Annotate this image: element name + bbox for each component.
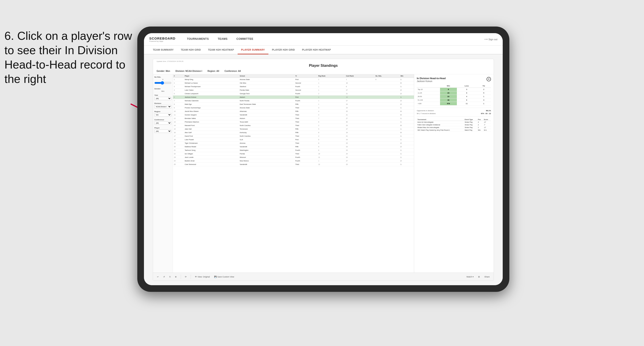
col-num: # (173, 74, 184, 78)
cell-reg-rank: 2 (317, 92, 345, 96)
table-row[interactable]: 22 Ian Gilligan Florida Third 10 24 1 (173, 152, 414, 156)
table-row[interactable]: 7 Nicholas Gabrelcik North Florida Fourt… (173, 99, 414, 103)
table-row[interactable]: 24 Bastien Amat New Mexico Fourth 1 27 2 (173, 159, 414, 163)
cell-win: 2 (400, 99, 414, 103)
filter-region: Region: All (208, 70, 219, 72)
table-row[interactable]: 13 Phichaksn Maichon Texas A&M Third 6 3… (173, 120, 414, 124)
cell-num: 13 (173, 120, 184, 124)
cell-no-rds (375, 149, 400, 152)
toolbar-share[interactable]: Share (483, 275, 491, 279)
cell-player: Luke Powell (184, 138, 239, 142)
nav-tournaments[interactable]: TOURNAMENTS (182, 33, 213, 45)
cell-reg-rank: 1 (317, 78, 345, 81)
sidebar-conference-select[interactable]: (All) (154, 121, 172, 125)
sidebar-division-select[interactable]: NCAA Division I (154, 105, 172, 108)
h2h-loss: 6 (457, 98, 476, 102)
cell-yr: Fourth (294, 92, 317, 96)
cell-num: 24 (173, 159, 184, 163)
cell-no-rds (375, 110, 400, 113)
cell-school: Arkansas (239, 110, 294, 113)
cell-yr: Third (294, 134, 317, 138)
tournament-row: Mirabel Maui Jim Intercollegiate Stroke … (417, 126, 491, 129)
table-row[interactable]: 4 Luke Claton Florida State Second 1 27 … (173, 88, 414, 92)
table-row[interactable]: 11 Gordon Sargent Vanderbilt Third 4 21 … (173, 113, 414, 117)
cell-no-rds (375, 103, 400, 106)
cell-no-rds (375, 163, 400, 166)
tab-team-h2h-grid[interactable]: TEAM H2H GRID (177, 45, 204, 54)
cell-reg-rank: 8 (317, 131, 345, 134)
cell-num: 2 (173, 81, 184, 85)
table-row[interactable]: 25 Cole Sherwood Vanderbilt Third 12 23 … (173, 163, 414, 166)
sidebar-region-select[interactable]: N/A (154, 113, 172, 117)
h2h-panel: In Division Head-to-Head Jackson Koivun … (414, 74, 494, 273)
cell-player: Christo Lampracht (184, 92, 239, 96)
table-row[interactable]: 6 Jackson Koivun Auburn First 2 19 1 (173, 96, 414, 99)
table-row[interactable]: 2 Michael La Sasso Ole Miss Second 1 18 … (173, 81, 414, 85)
table-row[interactable]: 9 Preston Summerhays Arizona State Third… (173, 106, 414, 110)
cell-no-rds (375, 159, 400, 163)
toolbar-watch[interactable]: Watch ▾ (465, 275, 475, 279)
sidebar-no-rds: No Rds. 6 (154, 76, 172, 86)
col-event-type: Event Type (464, 118, 477, 121)
sidebar-year-select[interactable]: (All) (154, 97, 172, 100)
h2h-close-button[interactable]: ✕ (486, 77, 491, 81)
cell-win: 1 (400, 96, 414, 99)
tab-player-h2h-heatmap[interactable]: PLAYER H2H HEATMAP (298, 45, 334, 54)
cell-pos: Win (477, 129, 483, 132)
table-row[interactable]: 23 Jack Lundin Missouri Fourth 11 24 1 (173, 156, 414, 159)
cell-yr: Third (294, 124, 317, 127)
tournament-row: SEC Match Play Hosted by Jerry Pate Roun… (417, 129, 491, 132)
tab-player-summary[interactable]: PLAYER SUMMARY (238, 45, 268, 54)
table-row[interactable]: 21 Taehoon Song Washington Fourth 6 23 1 (173, 149, 414, 152)
tab-team-h2h-heatmap[interactable]: TEAM H2H HEATMAP (204, 45, 238, 54)
cell-conf-rank: 23 (345, 145, 374, 149)
toolbar-grid[interactable]: ⊞ (477, 275, 481, 279)
tournament-header-row: Tournament Event Type Pos Score (417, 118, 491, 121)
nav-committee[interactable]: COMMITTEE (232, 33, 258, 45)
cell-win: 0 (400, 124, 414, 127)
sign-out-button[interactable]: ⟶ Sign out (484, 38, 498, 41)
toolbar-undo[interactable]: ↩ (156, 275, 160, 279)
cell-school: Arizona State (239, 78, 294, 81)
cell-yr: First (294, 138, 317, 142)
table-row[interactable]: 17 David Ford North Carolina Third 2 21 … (173, 134, 414, 138)
cell-conf-rank: 1 (345, 78, 374, 81)
cell-school: East Tennessee State (239, 103, 294, 106)
cell-player: Bastien Amat (184, 159, 239, 163)
nav-teams[interactable]: TEAMS (213, 33, 232, 45)
tab-player-h2h-grid[interactable]: PLAYER H2H GRID (268, 45, 298, 54)
table-row[interactable]: 20 Matthew Riedel Vanderbilt Fifth 8 23 … (173, 145, 414, 149)
h2h-table-header: Win Loss Tie (417, 84, 491, 88)
table-row[interactable]: 3 Michael Thorbjornsen Stanford Fourth 1… (173, 85, 414, 88)
table-row[interactable]: 19 Tiger Christensen Arizona Third 8 23 … (173, 142, 414, 145)
table-row[interactable]: 1 Wenyi Ding Arizona State First 1 1 8 1 (173, 78, 414, 81)
cell-player: Nicholas Gabrelcik (184, 99, 239, 103)
h2h-win: 46 (440, 98, 457, 102)
cell-reg-rank: 2 (317, 96, 345, 99)
main-content: Update time: 27/03/2024 16:56:26 Player … (144, 54, 503, 285)
toolbar-redo[interactable]: ↺ (162, 275, 166, 279)
col-tournament: Tournament (417, 118, 464, 121)
toolbar-refresh[interactable]: ⟳ (184, 275, 188, 279)
table-row[interactable]: 14 Maxwell Ford North Carolina Third 2 2… (173, 124, 414, 127)
table-row[interactable]: 18 Luke Powell ULA First 6 24 1 (173, 138, 414, 142)
cell-reg-rank: 2 (317, 124, 345, 127)
no-rds-slider[interactable] (154, 81, 172, 85)
table-row[interactable]: 12 Brendan Valles Auburn Third 7 27 1 (173, 117, 414, 120)
cell-yr: Fifth (294, 110, 317, 113)
table-row[interactable]: 5 Christo Lampracht Georgia Tech Fourth … (173, 92, 414, 96)
toolbar-copy[interactable]: ⎘ (168, 275, 172, 279)
tab-team-summary[interactable]: TEAM SUMMARY (149, 45, 177, 54)
toolbar-save-custom[interactable]: 💾 Save Custom View (213, 275, 236, 279)
sidebar-player-select[interactable]: (All) (154, 130, 172, 133)
table-row[interactable]: 8 Mats Ege East Tennessee State Fifth 1 … (173, 103, 414, 106)
table-row[interactable]: 10 Jacob Mou-Olesen Arkansas Fifth 4 25 … (173, 110, 414, 113)
table-row[interactable]: 16 Alex Goff Kentucky Fifth 8 19 0 (173, 131, 414, 134)
toolbar-paste[interactable]: ⊕ (174, 275, 178, 279)
bottom-toolbar: ↩ ↺ ⎘ ⊕ ⟳ 👁 View: Original 💾 (153, 273, 494, 281)
cell-num: 9 (173, 106, 184, 110)
toolbar-view-original[interactable]: 👁 View: Original (194, 275, 211, 279)
table-row[interactable]: 15 Jake Hall Tennessee Fifth 5 27 1 (173, 127, 414, 131)
h2h-col-win: Win (440, 84, 457, 88)
cell-yr: Fifth (294, 131, 317, 134)
